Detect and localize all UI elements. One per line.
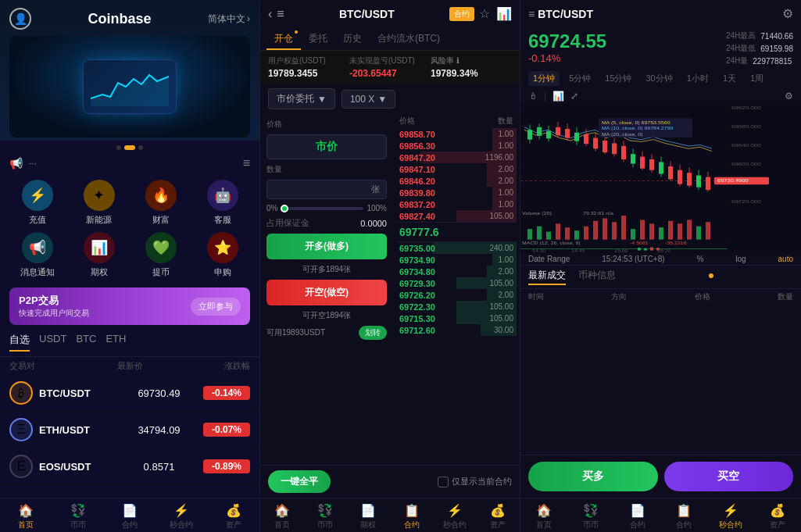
slider-track[interactable] xyxy=(281,207,363,210)
ask-row-8[interactable]: 69827.40 105.00 xyxy=(396,210,517,222)
ask-row-3[interactable]: 69847.20 1196.00 xyxy=(396,152,517,163)
tf-1d[interactable]: 1天 xyxy=(718,71,741,86)
p3-nav-flash[interactable]: ⚡ 秒合约 xyxy=(707,503,754,530)
tf-1h[interactable]: 1小时 xyxy=(682,71,713,86)
p2-nav-options[interactable]: 📄 期权 xyxy=(347,503,390,530)
bid-row-1[interactable]: 69735.00 240.00 xyxy=(396,242,517,254)
bid-row-4[interactable]: 69729.30 105.00 xyxy=(396,277,517,289)
p2-nav-assets[interactable]: 💰 资产 xyxy=(477,503,520,530)
bar-tool[interactable]: 📊 xyxy=(552,91,564,102)
p2-nav-home[interactable]: 🏠 首页 xyxy=(260,503,303,530)
btab-trades[interactable]: 最新成交 xyxy=(528,269,566,285)
nav-assets[interactable]: 💰 资产 xyxy=(208,503,259,530)
banner-btn[interactable]: 立即参与 xyxy=(191,298,241,316)
only-current-toggle[interactable]: 仅显示当前合约 xyxy=(438,476,512,487)
bid-row-6[interactable]: 69722.30 105.00 xyxy=(396,301,517,312)
row-eos[interactable]: E EOS/USDT 0.8571 -0.89% xyxy=(0,448,259,485)
bid-row-2[interactable]: 69734.90 1.00 xyxy=(396,254,517,266)
tab-usdt[interactable]: USDT xyxy=(39,333,66,352)
icon-wealth[interactable]: 🔥 财富 xyxy=(133,180,188,226)
tab-btc[interactable]: BTC xyxy=(76,333,96,352)
icon-charge[interactable]: ⚡ 充值 xyxy=(9,180,65,226)
dot-3[interactable] xyxy=(138,145,143,150)
icon-energy[interactable]: ✦ 新能源 xyxy=(71,180,127,226)
ask-row-6[interactable]: 69839.80 1.00 xyxy=(396,187,517,198)
back-icon[interactable]: ‹ xyxy=(268,7,272,21)
p2p-banner[interactable]: P2P交易 快速完成用户间交易 立即参与 xyxy=(9,287,250,325)
ask-row-4[interactable]: 69847.10 2.00 xyxy=(396,163,517,175)
eos-change: -0.89% xyxy=(203,459,250,473)
dot-2[interactable] xyxy=(124,145,135,150)
onekey-btn[interactable]: 一键全平 xyxy=(268,470,331,493)
tf-1min[interactable]: 1分钟 xyxy=(528,71,560,86)
tab-delegate[interactable]: 委托 xyxy=(301,27,335,50)
chart-icon[interactable]: 📊 xyxy=(496,6,512,21)
stat-high: 24H最高 71440.66 xyxy=(726,30,793,41)
open-long-btn[interactable]: 开多(做多) xyxy=(266,234,387,259)
leverage-slider: 0% 100% xyxy=(266,204,387,212)
tab-history[interactable]: 历史 xyxy=(335,27,370,50)
bid-row-7[interactable]: 69715.30 105.00 xyxy=(396,312,517,324)
p2-nav-coin[interactable]: 💱 币币 xyxy=(303,503,346,530)
pct-btn[interactable]: % xyxy=(696,255,703,263)
tf-15min[interactable]: 15分钟 xyxy=(600,71,636,86)
candle-tool[interactable]: 🕯 xyxy=(528,91,538,102)
order-type-btn[interactable]: 市价委托 ▼ xyxy=(268,88,335,109)
nav-coin[interactable]: 💱 币币 xyxy=(52,503,103,530)
tf-1w[interactable]: 1周 xyxy=(746,71,768,86)
qty-input[interactable]: 张 xyxy=(266,180,387,199)
ask-row-2[interactable]: 69856.30 1.00 xyxy=(396,140,517,152)
btab-info[interactable]: 币种信息 xyxy=(578,269,616,285)
tab-open[interactable]: 开仓 xyxy=(266,27,301,50)
p3-nav-options[interactable]: 📄 合约 xyxy=(614,503,661,530)
p3-nav-assets[interactable]: 💰 资产 xyxy=(754,503,801,530)
ask-row-5[interactable]: 69846.20 2.00 xyxy=(396,175,517,187)
open-short-btn[interactable]: 开空(做空) xyxy=(266,280,387,305)
bid-row-3[interactable]: 69734.80 2.00 xyxy=(396,266,517,277)
order-type-label: 市价委托 xyxy=(277,92,314,105)
dot-1[interactable] xyxy=(116,145,121,150)
tab-watchlist[interactable]: 自选 xyxy=(9,333,30,352)
price-input[interactable]: 市价 xyxy=(266,134,387,159)
tab-flow[interactable]: 合约流水(BTC) xyxy=(370,27,448,50)
settings-tool[interactable]: ⚙ xyxy=(785,91,793,102)
tab-eth[interactable]: ETH xyxy=(105,333,126,352)
bid-row-8[interactable]: 69712.60 30.00 xyxy=(396,324,517,336)
icon-withdraw[interactable]: 💚 提币 xyxy=(133,232,188,278)
icon-service[interactable]: 🤖 客服 xyxy=(195,180,250,226)
checkbox-current[interactable] xyxy=(438,477,449,487)
menu-icon[interactable]: ≡ xyxy=(243,156,250,170)
p2-nav-flash[interactable]: ⚡ 秒合约 xyxy=(433,503,476,530)
transfer-btn[interactable]: 划转 xyxy=(359,326,387,340)
row-eth[interactable]: Ξ ETH/USDT 34794.09 -0.07% xyxy=(0,412,259,448)
nav-home[interactable]: 🏠 首页 xyxy=(0,503,52,530)
icon-notify[interactable]: 📢 消息通知 xyxy=(9,232,65,278)
p3-nav-contract[interactable]: 📋 合约 xyxy=(660,503,707,530)
coin-label: 币币 xyxy=(70,520,86,530)
p2-nav-contract[interactable]: 📋 合约 xyxy=(390,503,433,530)
buy-btn[interactable]: 买多 xyxy=(528,462,658,491)
language-btn[interactable]: 简体中文 › xyxy=(208,12,250,26)
svg-rect-77 xyxy=(678,223,682,240)
bid-row-5[interactable]: 69726.20 2.00 xyxy=(396,289,517,301)
tf-30min[interactable]: 30分钟 xyxy=(642,71,678,86)
auto-btn[interactable]: auto xyxy=(778,255,793,263)
p3-settings-icon[interactable]: ⚙ xyxy=(782,6,793,21)
p3-nav-coin[interactable]: 💱 币币 xyxy=(567,503,614,530)
icon-options[interactable]: 📊 期权 xyxy=(71,232,127,278)
leverage-btn[interactable]: 100 X ▼ xyxy=(341,90,395,109)
p3-nav-home[interactable]: 🏠 首页 xyxy=(520,503,567,530)
user-avatar[interactable]: 👤 xyxy=(9,8,31,30)
nav-flash[interactable]: ⚡ 秒合约 xyxy=(156,503,207,530)
icon-subscribe[interactable]: ⭐ 申购 xyxy=(195,232,250,278)
fullscreen-tool[interactable]: ⤢ xyxy=(570,91,578,102)
ask-row-1[interactable]: 69858.70 1.00 xyxy=(396,128,517,140)
log-btn[interactable]: log xyxy=(735,255,746,263)
row-btc[interactable]: ₿ BTC/USDT 69730.49 -0.14% xyxy=(0,375,259,412)
tf-5min[interactable]: 5分钟 xyxy=(564,71,595,86)
svg-rect-51 xyxy=(706,177,710,190)
ask-row-7[interactable]: 69837.20 1.00 xyxy=(396,198,517,210)
star-icon[interactable]: ☆ xyxy=(479,6,490,21)
nav-contract[interactable]: 📄 合约 xyxy=(104,503,156,530)
sell-btn[interactable]: 买空 xyxy=(664,462,794,491)
